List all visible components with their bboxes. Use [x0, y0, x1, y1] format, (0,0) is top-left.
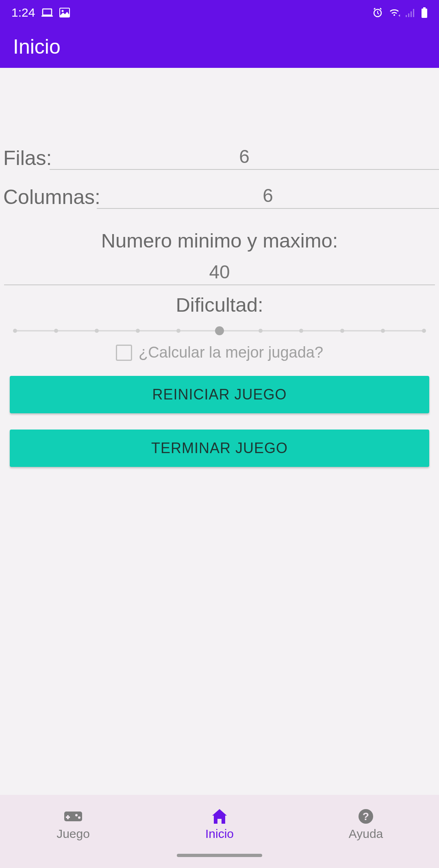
nav-item-home[interactable]: Inicio: [146, 808, 293, 841]
best-move-label: ¿Calcular la mejor jugada?: [139, 344, 323, 361]
nav-item-help[interactable]: ? Ayuda: [293, 808, 439, 841]
status-bar: 1:24 +: [0, 0, 439, 25]
nav-label-help: Ayuda: [349, 827, 383, 841]
difficulty-label: Dificultad:: [0, 293, 439, 316]
laptop-icon: [41, 8, 53, 17]
svg-rect-9: [413, 9, 414, 17]
svg-rect-11: [422, 9, 427, 18]
wifi-icon: +: [389, 8, 400, 17]
bottom-nav: Juego Inicio ? Ayuda: [0, 795, 439, 854]
gesture-bar: [0, 854, 439, 868]
status-time: 1:24: [11, 6, 35, 20]
slider-thumb[interactable]: [215, 326, 224, 335]
slider-tick: [95, 329, 99, 333]
gesture-handle[interactable]: [177, 854, 262, 857]
status-right: +: [372, 7, 428, 18]
end-game-button[interactable]: TERMINAR JUEGO: [10, 430, 429, 467]
svg-rect-8: [411, 11, 412, 17]
svg-text:?: ?: [363, 810, 369, 822]
nav-item-game[interactable]: Juego: [0, 808, 146, 841]
battery-icon: [421, 7, 428, 18]
svg-rect-0: [43, 9, 52, 15]
picture-icon: [59, 8, 70, 17]
signal-icon: [406, 8, 415, 17]
svg-point-16: [78, 816, 80, 819]
svg-rect-7: [408, 13, 409, 17]
range-label: Numero minimo y maximo:: [0, 229, 439, 252]
app-bar: Inicio: [0, 25, 439, 68]
cols-field-row: Columnas:: [0, 182, 439, 209]
gamepad-icon: [63, 808, 83, 825]
best-move-checkbox[interactable]: [116, 345, 132, 361]
svg-text:+: +: [398, 13, 400, 17]
rows-label: Filas:: [0, 146, 50, 170]
slider-tick: [54, 329, 58, 333]
svg-point-15: [75, 814, 78, 816]
cols-label: Columnas:: [0, 185, 97, 209]
help-icon: ?: [356, 808, 376, 825]
slider-tick: [422, 329, 426, 333]
difficulty-slider[interactable]: [13, 328, 426, 334]
content-area: Filas: Columnas: Numero minimo y maximo:…: [0, 68, 439, 795]
status-left: 1:24: [11, 6, 70, 20]
slider-tick: [13, 329, 17, 333]
svg-rect-1: [41, 15, 53, 17]
best-move-checkbox-row[interactable]: ¿Calcular la mejor jugada?: [0, 344, 439, 361]
rows-field-row: Filas:: [0, 143, 439, 170]
slider-tick: [340, 329, 344, 333]
slider-tick: [176, 329, 180, 333]
nav-label-game: Juego: [57, 827, 90, 841]
slider-tick: [381, 329, 385, 333]
slider-tick: [136, 329, 140, 333]
restart-game-button[interactable]: REINICIAR JUEGO: [10, 376, 429, 413]
nav-label-home: Inicio: [205, 827, 234, 841]
svg-rect-10: [423, 7, 426, 9]
slider-tick: [299, 329, 303, 333]
alarm-icon: [372, 7, 383, 18]
difficulty-slider-container: [0, 316, 439, 339]
page-title: Inicio: [13, 35, 61, 59]
range-input[interactable]: [4, 258, 435, 285]
rows-input[interactable]: [50, 143, 439, 170]
svg-rect-14: [66, 816, 70, 818]
home-icon: [210, 808, 229, 825]
svg-rect-6: [406, 15, 407, 17]
cols-input[interactable]: [97, 182, 439, 209]
slider-tick: [259, 329, 263, 333]
svg-point-3: [62, 10, 64, 12]
